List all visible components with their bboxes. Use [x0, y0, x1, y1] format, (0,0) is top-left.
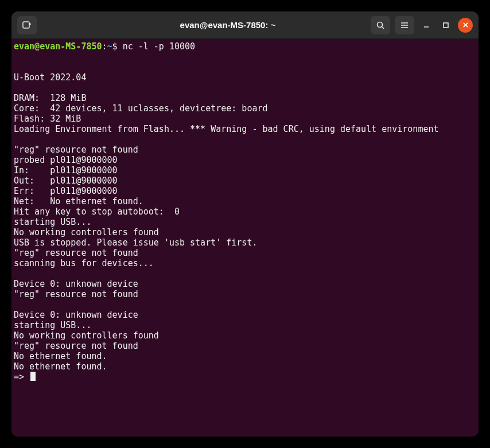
maximize-button[interactable]: [438, 18, 453, 33]
svg-rect-9: [444, 23, 448, 28]
maximize-icon: [442, 22, 449, 29]
new-tab-icon: [22, 20, 32, 30]
terminal-viewport[interactable]: evan@evan-MS-7850:~$ nc -l -p 10000 U-Bo…: [11, 39, 479, 437]
prompt-path: ~: [107, 41, 112, 52]
titlebar: evan@evan-MS-7850: ~: [11, 11, 479, 39]
cursor: [30, 372, 36, 381]
uboot-prompt: =>: [14, 372, 29, 382]
prompt-command: nc -l -p 10000: [123, 41, 195, 52]
close-button[interactable]: [458, 18, 473, 33]
prompt-userhost: evan@evan-MS-7850: [14, 41, 102, 52]
window-title: evan@evan-MS-7850: ~: [102, 20, 353, 30]
svg-rect-0: [23, 22, 29, 28]
search-button[interactable]: [371, 16, 390, 34]
terminal-window: evan@evan-MS-7850: ~: [11, 11, 479, 437]
terminal-output: U-Boot 2022.04 DRAM: 128 MiB Core: 42 de…: [14, 72, 439, 372]
svg-point-3: [378, 22, 383, 27]
prompt-colon: :: [102, 41, 107, 52]
hamburger-icon: [400, 21, 409, 30]
menu-button[interactable]: [395, 16, 414, 34]
prompt-sigil: $: [112, 41, 118, 52]
search-icon: [376, 21, 385, 30]
titlebar-left: [17, 16, 98, 34]
minimize-button[interactable]: [419, 18, 434, 33]
titlebar-right: [358, 16, 473, 34]
new-tab-button[interactable]: [17, 16, 37, 34]
minimize-icon: [423, 22, 430, 29]
svg-line-4: [382, 26, 384, 29]
close-icon: [462, 22, 469, 28]
